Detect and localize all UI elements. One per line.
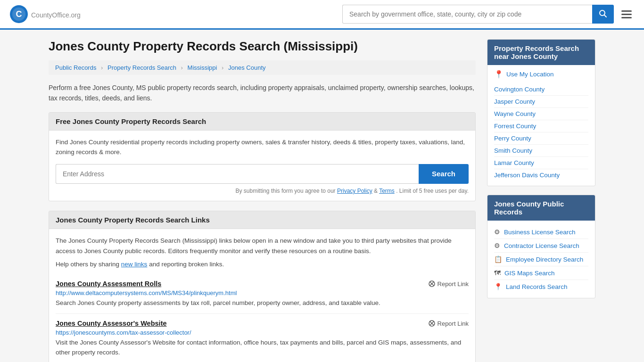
sidebar-land-records-search[interactable]: 📍 Land Records Search bbox=[494, 280, 588, 293]
menu-button[interactable] bbox=[619, 8, 635, 21]
new-links-note: Help others by sharing new links and rep… bbox=[56, 261, 469, 268]
location-pin-icon: 📍 bbox=[494, 70, 504, 79]
map-icon: 🗺 bbox=[494, 269, 501, 277]
sidebar-employee-directory-search[interactable]: 📋 Employee Directory Search bbox=[494, 253, 588, 266]
land-icon: 📍 bbox=[494, 283, 502, 290]
sidebar-item-smith[interactable]: Smith County bbox=[494, 145, 588, 157]
report-link-button[interactable]: Report Link bbox=[429, 280, 469, 288]
sidebar-gis-maps-search[interactable]: 🗺 GIS Maps Search bbox=[494, 266, 588, 280]
svg-line-4 bbox=[604, 15, 607, 17]
gear-icon: ⚙ bbox=[494, 228, 500, 236]
logo-icon: C bbox=[9, 5, 28, 24]
links-section: Jones County Property Records Search Lin… bbox=[49, 211, 476, 362]
nearby-section-body: 📍 Use My Location Covington County Jaspe… bbox=[487, 65, 595, 186]
links-desc: The Jones County Property Records Search… bbox=[56, 236, 469, 256]
sidebar-item-perry[interactable]: Perry County bbox=[494, 132, 588, 145]
header-search-area bbox=[342, 5, 635, 24]
site-header: C CountyOffice.org bbox=[0, 0, 644, 30]
sidebar-item-forrest[interactable]: Forrest County bbox=[494, 120, 588, 132]
public-records-body: ⚙ Business License Search ⚙ Contractor L… bbox=[487, 221, 595, 298]
address-search-row: Search bbox=[56, 164, 469, 184]
gear-icon: ⚙ bbox=[494, 242, 500, 249]
nearby-section: Property Records Search near Jones Count… bbox=[487, 39, 595, 186]
breadcrumb-jones-county[interactable]: Jones County bbox=[228, 64, 266, 71]
link-item-url[interactable]: https://jonescountyms.com/tax-assessor-c… bbox=[56, 329, 469, 336]
form-note: By submitting this form you agree to our… bbox=[56, 188, 469, 194]
sidebar-contractor-license-search[interactable]: ⚙ Contractor License Search bbox=[494, 239, 588, 253]
search-icon bbox=[599, 9, 607, 18]
nearby-section-header: Property Records Search near Jones Count… bbox=[487, 40, 595, 65]
breadcrumb-property-records-search[interactable]: Property Records Search bbox=[107, 64, 176, 71]
logo-text: CountyOffice.org bbox=[31, 9, 81, 20]
sidebar-business-license-search[interactable]: ⚙ Business License Search bbox=[494, 225, 588, 239]
svg-text:C: C bbox=[16, 9, 22, 19]
terms-link[interactable]: Terms bbox=[379, 188, 395, 194]
directory-icon: 📋 bbox=[494, 255, 502, 263]
free-search-section: Free Jones County Property Records Searc… bbox=[49, 112, 476, 201]
links-section-body: The Jones County Property Records Search… bbox=[49, 229, 475, 362]
free-search-desc: Find Jones County residential property r… bbox=[56, 137, 469, 157]
link-item-title[interactable]: Jones County Assessment Rolls bbox=[56, 280, 161, 288]
sidebar-item-wayne[interactable]: Wayne County bbox=[494, 108, 588, 120]
free-search-body: Find Jones County residential property r… bbox=[49, 131, 475, 201]
list-item: Jones County Assessor's Website Report L… bbox=[56, 314, 469, 362]
new-links-link[interactable]: new links bbox=[121, 261, 148, 268]
link-item-desc: Visit the Jones County Assessor's Websit… bbox=[56, 338, 469, 357]
breadcrumb-mississippi[interactable]: Mississippi bbox=[188, 64, 217, 71]
sidebar-item-lamar[interactable]: Lamar County bbox=[494, 157, 588, 169]
logo[interactable]: C CountyOffice.org bbox=[9, 5, 81, 24]
hamburger-icon bbox=[621, 10, 632, 18]
public-records-section: Jones County Public Records ⚙ Business L… bbox=[487, 195, 595, 298]
page-description: Perform a free Jones County, MS public p… bbox=[49, 82, 476, 104]
use-my-location-link[interactable]: Use My Location bbox=[506, 71, 554, 78]
report-link-button[interactable]: Report Link bbox=[429, 320, 469, 327]
address-search-button[interactable]: Search bbox=[419, 164, 469, 184]
public-records-header: Jones County Public Records bbox=[487, 195, 595, 221]
links-section-header: Jones County Property Records Search Lin… bbox=[49, 211, 475, 229]
sidebar-item-jefferson-davis[interactable]: Jefferson Davis County bbox=[494, 169, 588, 181]
link-item-title[interactable]: Jones County Assessor's Website bbox=[56, 320, 167, 327]
privacy-policy-link[interactable]: Privacy Policy bbox=[337, 188, 372, 194]
report-icon bbox=[429, 280, 435, 287]
page-title: Jones County Property Records Search (Mi… bbox=[49, 39, 476, 54]
header-search-input[interactable] bbox=[342, 5, 592, 24]
content-area: Jones County Property Records Search (Mi… bbox=[49, 39, 476, 362]
sidebar-item-covington[interactable]: Covington County bbox=[494, 83, 588, 96]
main-container: Jones County Property Records Search (Mi… bbox=[39, 30, 605, 362]
report-icon bbox=[429, 320, 435, 327]
breadcrumb-public-records[interactable]: Public Records bbox=[55, 64, 96, 71]
sidebar: Property Records Search near Jones Count… bbox=[487, 39, 595, 362]
free-search-header: Free Jones County Property Records Searc… bbox=[49, 113, 475, 131]
address-input[interactable] bbox=[56, 164, 419, 184]
breadcrumb: Public Records › Property Records Search… bbox=[49, 60, 476, 75]
list-item: Jones County Assessment Rolls Report Lin… bbox=[56, 274, 469, 314]
sidebar-item-jasper[interactable]: Jasper County bbox=[494, 96, 588, 108]
link-item-url[interactable]: http://www.deltacomputersystems.com/MS/M… bbox=[56, 289, 469, 296]
link-item-desc: Search Jones County property assessments… bbox=[56, 298, 469, 308]
header-search-button[interactable] bbox=[592, 5, 614, 24]
